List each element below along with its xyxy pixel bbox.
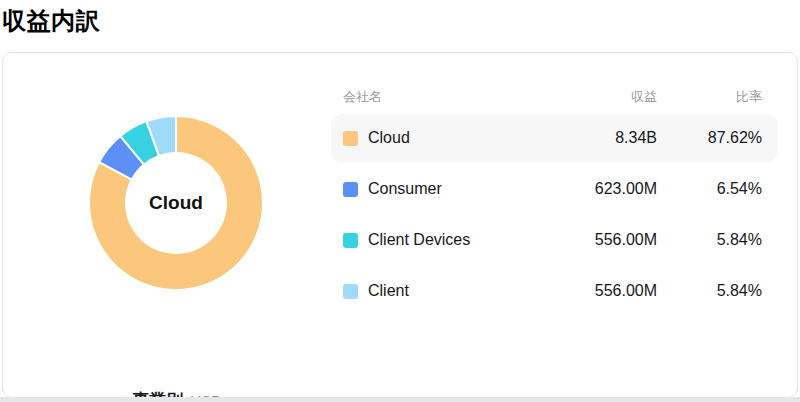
header-company-name: 会社名 xyxy=(343,88,547,106)
row-revenue: 8.34B xyxy=(547,129,657,147)
table-header-row: 会社名 収益 比率 xyxy=(331,87,778,107)
row-revenue: 556.00M xyxy=(547,231,657,249)
donut-chart: Cloud xyxy=(87,114,265,292)
row-name: Consumer xyxy=(368,180,442,198)
table-row-consumer[interactable]: Consumer 623.00M 6.54% xyxy=(331,165,778,213)
row-ratio: 5.84% xyxy=(657,282,762,300)
table-row-client[interactable]: Client 556.00M 5.84% xyxy=(331,267,778,315)
header-ratio: 比率 xyxy=(657,88,762,106)
legend-swatch-icon xyxy=(343,233,358,248)
row-name: Client Devices xyxy=(368,231,470,249)
row-revenue: 556.00M xyxy=(547,282,657,300)
table-body: Cloud 8.34B 87.62% Consumer 623.00M 6.54… xyxy=(331,114,778,315)
row-name: Cloud xyxy=(368,129,410,147)
row-ratio: 6.54% xyxy=(657,180,762,198)
donut-chart-svg xyxy=(87,114,265,292)
table-row-cloud[interactable]: Cloud 8.34B 87.62% xyxy=(331,114,778,162)
legend-swatch-icon xyxy=(343,131,358,146)
legend-swatch-icon xyxy=(343,182,358,197)
row-ratio: 87.62% xyxy=(657,129,762,147)
revenue-breakdown-card: Cloud 事業別 USD 会社名 収益 比率 Cloud 8.34B 87.6… xyxy=(2,52,798,398)
row-ratio: 5.84% xyxy=(657,231,762,249)
row-name: Client xyxy=(368,282,409,300)
page-title: 収益内訳 xyxy=(2,5,100,37)
table-row-client-devices[interactable]: Client Devices 556.00M 5.84% xyxy=(331,216,778,264)
breakdown-table: 会社名 収益 比率 Cloud 8.34B 87.62% Consumer xyxy=(331,87,778,318)
header-revenue: 収益 xyxy=(547,88,657,106)
legend-swatch-icon xyxy=(343,284,358,299)
revenue-breakdown-widget: 収益内訳 Cloud 事業別 USD 会社名 収益 比率 Cloud xyxy=(0,0,800,402)
page-bottom-divider xyxy=(0,397,800,402)
row-revenue: 623.00M xyxy=(547,180,657,198)
